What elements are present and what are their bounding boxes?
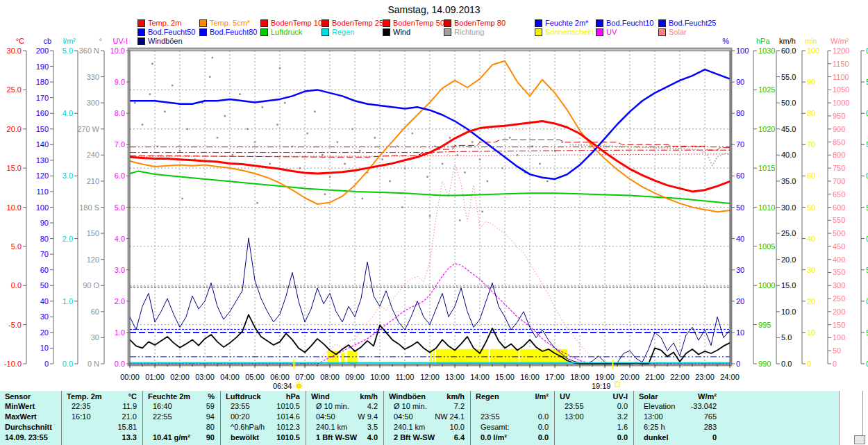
axis-unit-label: UV-I [113, 37, 128, 45]
direction-dot [172, 85, 174, 87]
table-row: 04:50NW 24.1 [384, 412, 470, 422]
x-axis-label: 22:00 [670, 373, 690, 381]
axis-tick-label: 0.0 [11, 281, 22, 289]
group-name: Solar [639, 392, 658, 401]
direction-dot [262, 106, 264, 108]
axis-tick-label: 60 [40, 266, 49, 274]
direction-dot [459, 219, 461, 221]
axis-tick-label: 90 O [83, 281, 99, 289]
x-axis-label: 11:00 [396, 373, 415, 381]
axis-tick-label: 1015 [758, 164, 775, 172]
axis-tick-label: 130 [36, 156, 49, 165]
direction-dot [187, 128, 189, 131]
table-row: 0.0 l/m²0.0 [471, 433, 554, 443]
cell-label: 00:20 [231, 412, 250, 422]
axis-tick-label: -5.0 [8, 321, 22, 329]
group-unit: UV-I [613, 392, 628, 401]
direction-dot [299, 167, 301, 169]
cell-label: 04:50 [316, 412, 335, 422]
cell-value: 0.0 [617, 433, 628, 443]
axis-tick-label: 240 [87, 151, 99, 159]
table-row-label: MaxWert [0, 412, 61, 422]
table-row [471, 401, 554, 412]
axis-tick-label: 300 [87, 99, 99, 107]
direction-dot [351, 128, 353, 131]
axis-tick-label: 10 [40, 344, 49, 352]
axis-tick-label: 5.0 [781, 333, 792, 342]
axis-tick-label: 360 N [79, 47, 99, 55]
axis-unit-label: l/m² [63, 37, 76, 45]
table-row: 10.41 g/m²90 [143, 433, 220, 443]
table-row: 6:25 h283 [634, 422, 722, 433]
direction-dot [324, 194, 326, 196]
axis-tick-label: 8.0 [115, 109, 125, 117]
axis-tick-label: 30.0 [781, 203, 796, 212]
direction-dot [329, 176, 331, 178]
gutter-divider [862, 391, 863, 435]
direction-dot [442, 163, 444, 165]
axis-tick-label: 1050 [833, 85, 849, 94]
axis-tick-label: 330 [87, 73, 99, 81]
weather-chart: 30.025.020.015.010.05.00.0-5.0-10.0°C200… [0, 0, 868, 391]
axis-tick-label: 45.0 [781, 125, 796, 133]
direction-dot [429, 215, 431, 217]
axis-tick-label: 15.0 [7, 164, 22, 172]
x-axis-label: 16:00 [520, 373, 540, 381]
table-row: 22:5594 [143, 412, 220, 422]
axis-tick-label: 60 [91, 308, 99, 316]
axis-unit-label: km/h [779, 37, 796, 45]
x-axis-label: 13:00 [445, 373, 465, 381]
x-axis-label: 20:00 [620, 373, 640, 381]
table-row: 1 Bft W-SW4.0 [306, 433, 383, 443]
axis-tick-label: 60 [736, 171, 744, 180]
cell-value: 90 [206, 433, 215, 443]
axis-tick-label: 160 [36, 109, 49, 117]
axis-tick-label: 70 [736, 140, 744, 149]
table-row: 0.0 [555, 433, 633, 443]
table-row: 22:3511.9 [62, 401, 142, 412]
cell-label: Gesamt: [481, 422, 510, 433]
axis-tick-label: 5.0 [62, 47, 73, 55]
axis-tick-label: 950 [833, 112, 845, 120]
axis-tick-label: 20 [736, 297, 744, 305]
axis-tick-label: 150 [36, 125, 49, 133]
direction-dot [134, 102, 136, 104]
axis-tick-label: 750 [833, 164, 845, 172]
direction-dot [487, 180, 489, 183]
direction-dot [359, 150, 361, 152]
axis-tick-label: 150 [833, 321, 845, 329]
cell-value: 1010.5 [276, 401, 300, 412]
axis-tick-label: 1.0 [62, 297, 73, 305]
table-row: 2 Bft W-SW6.4 [384, 433, 470, 443]
axis-tick-label: 60.0 [781, 47, 796, 55]
axis-tick-label: 850 [833, 138, 845, 146]
cell-value: 94 [206, 412, 215, 422]
direction-dot [181, 198, 183, 200]
axis-tick-label: 1100 [833, 73, 849, 81]
table-row: 00:201014.6 [221, 412, 306, 422]
axis-tick-label: 250 [833, 294, 845, 303]
resize-grip[interactable] [854, 435, 865, 444]
axis-tick-label: 200 [833, 308, 845, 316]
table-row: 23:551010.5 [221, 401, 306, 412]
axis-tick-label: 50 [40, 281, 49, 289]
cell-label: 1 Bft W-SW [316, 433, 357, 443]
x-axis-label: 24:00 [720, 373, 740, 381]
direction-dot [389, 180, 391, 183]
cell-label: 04:50 [394, 412, 413, 422]
group-name: Windböen [389, 392, 426, 401]
cell-value: 10.0 [450, 422, 465, 433]
cell-label: dunkel [644, 433, 668, 443]
table-group-uv: UVUV-I23:550.013:003.21.60.0 [554, 391, 633, 445]
direction-dot [509, 137, 511, 139]
table-row: bewölkt1010.5 [221, 433, 306, 443]
axis-tick-label: 25.0 [7, 85, 22, 94]
axis-tick-label: 100 [807, 47, 819, 55]
direction-dot [151, 63, 153, 65]
axis-tick-label: 0.0 [62, 360, 73, 368]
cell-value: 0.0 [538, 422, 549, 433]
axis-tick-label: 350 [833, 268, 845, 276]
cell-value: 0.0 [538, 412, 549, 422]
axis-tick-label: 90 [807, 78, 815, 86]
x-axis-label: 14:00 [470, 373, 490, 381]
